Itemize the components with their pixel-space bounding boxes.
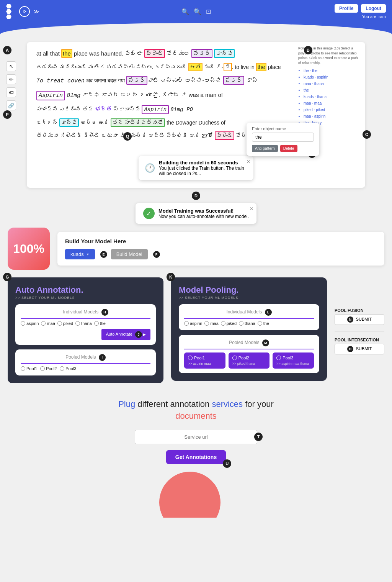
success-close-button[interactable]: ✕ xyxy=(250,206,253,211)
panel-item[interactable]: maa · maa xyxy=(304,100,361,107)
service-input-wrapper: T xyxy=(135,430,257,444)
logout-button[interactable]: Logout xyxy=(361,4,386,13)
right-panel: Polygons in this image (10) Select a pol… xyxy=(298,46,361,133)
pool3-radio[interactable] xyxy=(276,356,281,360)
tag-tool[interactable]: 🏷 xyxy=(6,87,16,97)
mp-thana[interactable]: thana xyxy=(239,321,255,326)
highlight-peker2[interactable]: పేకర్ xyxy=(126,76,147,85)
search-icon2[interactable]: 🔍 xyxy=(194,8,201,15)
nav-right: Profile Logout You are: ram xyxy=(335,4,386,19)
service-url-input[interactable] xyxy=(135,430,257,444)
panel-item[interactable]: maa · aspirin xyxy=(304,113,361,120)
radio-pool2[interactable] xyxy=(40,366,45,371)
success-subtitle: Now you can auto-annotate with new model… xyxy=(158,214,249,219)
get-annotations-button[interactable]: Get Annotations xyxy=(166,450,226,464)
pool1-item[interactable]: Pool1 >> aspirin maa xyxy=(184,352,225,369)
radio-the[interactable] xyxy=(94,321,99,326)
edit-tool[interactable]: ✏ xyxy=(6,74,16,84)
mp-piked[interactable]: piked xyxy=(221,321,237,326)
auto-annotate-button[interactable]: Auto Annotate J xyxy=(101,329,150,340)
pool2-aa[interactable]: Pool2 xyxy=(40,366,57,371)
pool2-item[interactable]: Pool2 >> piked thana xyxy=(229,352,270,369)
highlight-kanfi2[interactable]: కాన్ఫి xyxy=(59,118,79,127)
profile-button[interactable]: Profile xyxy=(335,4,358,13)
highlight-friend[interactable]: ఫ్రెండ్ xyxy=(144,49,165,58)
link-tool[interactable]: 🔗 xyxy=(6,100,16,110)
pool3-item[interactable]: Pool3 >> aspirin maa thana xyxy=(273,352,314,369)
timer-close-button[interactable]: ✕ xyxy=(247,159,250,164)
individual-models-header: Individual Models H xyxy=(21,309,150,319)
highlight-path[interactable]: తన పాత్రిపత్వంతో xyxy=(111,118,165,127)
label-q: Q xyxy=(123,132,132,141)
pooled-models-header-aa: Pooled Models I xyxy=(21,354,150,364)
highlight-the-2[interactable]: the xyxy=(256,63,266,71)
aspirin-box-1[interactable]: Aspirin xyxy=(36,91,65,100)
select-tool[interactable]: ↖ xyxy=(6,61,16,71)
build-input-display: kuads ▼ xyxy=(65,249,95,259)
panel-item[interactable]: kuads · thana xyxy=(304,93,361,100)
mp-the[interactable]: the xyxy=(258,321,269,326)
model-piked[interactable]: piked xyxy=(57,321,73,326)
radio-thana[interactable] xyxy=(75,321,80,326)
radio-pool1[interactable] xyxy=(21,366,25,371)
panel-item[interactable]: the xyxy=(304,87,361,93)
pool-fusion-section: POOL FUSION N SUBMIT xyxy=(335,308,384,325)
model-options: aspirin maa piked thana the xyxy=(21,321,150,326)
pool1-aa[interactable]: Pool1 xyxy=(21,366,37,371)
model-the[interactable]: the xyxy=(94,321,106,326)
expand-icon[interactable]: ⊡ xyxy=(206,8,211,15)
services-word: services xyxy=(212,399,243,409)
history-icon[interactable]: ⟳ xyxy=(19,6,30,17)
pool3-aa[interactable]: Pool3 xyxy=(60,366,76,371)
build-controls: kuads ▼ E Build Model F xyxy=(65,249,377,259)
individual-models-header-mp: Individual Models L xyxy=(184,309,314,319)
panel-item[interactable]: piked · piked xyxy=(304,107,361,113)
search-icon1[interactable]: 🔍 xyxy=(181,8,189,15)
model-aspirin[interactable]: aspirin xyxy=(21,321,39,326)
highlight-friend2[interactable]: ఫ్రెండ్ xyxy=(215,131,234,140)
pool-fusion-submit[interactable]: N SUBMIT xyxy=(335,314,384,325)
label-n: N xyxy=(347,316,353,323)
forward-icon[interactable]: ≫ xyxy=(34,8,39,15)
build-model-button[interactable]: Build Model xyxy=(111,249,148,259)
ann-line-4: Aspirin 81mg కాన్ఫి జాసర్ బదల్ గయా హై. క… xyxy=(36,89,291,102)
radio-piked[interactable] xyxy=(57,321,62,326)
annotation-wrapper: A B C P Q R S ↖ ✏ 🏷 🔗 Polygons in this i… xyxy=(19,42,373,188)
mp-maa[interactable]: maa xyxy=(204,321,218,326)
highlight-peker[interactable]: పేకర్ xyxy=(191,49,212,58)
model-options-mp: aspirin maa piked thana the xyxy=(184,321,314,326)
aspirin-box-2[interactable]: Aspirin xyxy=(142,105,169,114)
dropdown-arrow[interactable]: ▼ xyxy=(86,252,90,256)
logo-hexagons xyxy=(6,4,11,19)
model-maa[interactable]: maa xyxy=(41,321,55,326)
highlight-kanfi[interactable]: కాన్ఫి xyxy=(214,49,235,58)
pool-intersection-submit[interactable]: O SUBMIT xyxy=(335,344,384,354)
hex3 xyxy=(6,15,11,19)
highlight-auto[interactable]: ఆటో xyxy=(188,63,203,71)
panel-item[interactable]: the · the xyxy=(304,67,361,74)
panel-item[interactable]: kuads · aspirin xyxy=(304,74,361,80)
the-word-6: the xyxy=(167,120,174,126)
timer-content: Building the model in 60 seconds You jus… xyxy=(159,160,247,176)
model-thana[interactable]: thana xyxy=(75,321,92,326)
panel-item[interactable]: maa · thana xyxy=(304,80,361,87)
delete-button[interactable]: Delete xyxy=(280,145,297,152)
highlight-the-1[interactable]: the xyxy=(61,49,72,58)
highlight-bharta[interactable]: భర్త xyxy=(95,106,112,112)
radio-maa[interactable] xyxy=(41,321,46,326)
antipattern-button[interactable]: Anti-pattern xyxy=(252,145,278,152)
highlight-ne[interactable]: నె xyxy=(224,63,232,71)
highlight-peker3[interactable]: పేకర్ xyxy=(223,76,244,85)
mp-aspirin[interactable]: aspirin xyxy=(184,321,202,326)
hindi-text-1: अब जमाना बदल गया xyxy=(86,77,125,84)
pool3-title: Pool3 xyxy=(276,356,310,360)
radio-aspirin[interactable] xyxy=(21,321,25,326)
pool2-radio[interactable] xyxy=(232,356,237,360)
radio-pool3[interactable] xyxy=(60,366,64,371)
handwriting-text: To treat coven xyxy=(36,78,85,84)
individual-models-card-mp: Individual Models L aspirin maa piked th… xyxy=(179,304,319,330)
pooled-models-card-aa: Pooled Models I Pool1 Pool2 Pool3 xyxy=(15,349,156,375)
label-u: U xyxy=(223,459,231,468)
object-name-input[interactable] xyxy=(252,133,314,142)
pool1-radio[interactable] xyxy=(188,356,193,360)
